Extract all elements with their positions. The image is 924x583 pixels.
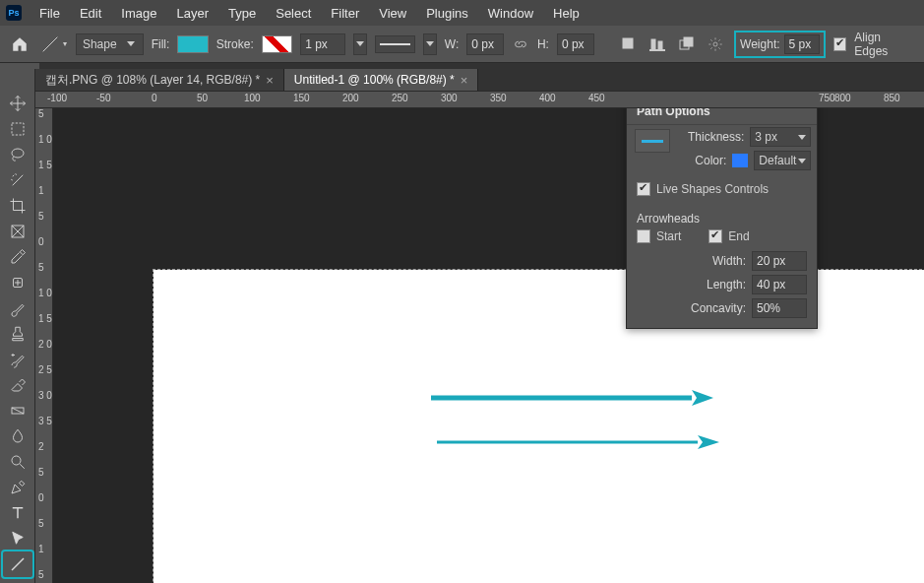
path-ops-button[interactable] xyxy=(618,33,640,55)
blur-tool[interactable] xyxy=(3,423,32,449)
arrow-end-label: End xyxy=(728,229,749,243)
chevron-down-icon xyxy=(127,41,135,46)
svg-rect-8 xyxy=(12,123,24,135)
eraser-tool[interactable] xyxy=(3,372,32,398)
home-button[interactable] xyxy=(8,32,31,56)
stroke-width-dropdown[interactable] xyxy=(353,33,367,55)
svg-point-17 xyxy=(12,456,21,465)
ruler-tick: 350 xyxy=(490,93,507,103)
arrow-start-checkbox[interactable] xyxy=(637,229,650,243)
thickness-select[interactable]: 3 px xyxy=(750,127,811,147)
arrange-icon xyxy=(679,36,695,52)
align-button[interactable] xyxy=(647,33,668,55)
arrange-button[interactable] xyxy=(676,33,698,55)
panel-title: Path Options xyxy=(627,108,817,125)
link-wh-button[interactable] xyxy=(512,35,529,53)
home-icon xyxy=(11,35,29,53)
document-tab[interactable]: Untitled-1 @ 100% (RGB/8#) * × xyxy=(284,69,479,91)
lasso-tool[interactable] xyxy=(3,142,32,167)
menu-plugins[interactable]: Plugins xyxy=(418,3,476,24)
chevron-down-icon xyxy=(798,135,806,140)
color-label: Color: xyxy=(695,154,726,167)
document-tab[interactable]: 캡처.PNG @ 108% (Layer 14, RGB/8#) * × xyxy=(35,69,284,91)
ruler-tick: 0 xyxy=(38,236,44,247)
crop-tool[interactable] xyxy=(3,193,32,219)
close-icon[interactable]: × xyxy=(266,73,274,88)
ruler-tick: 5 xyxy=(38,569,44,580)
marquee-tool[interactable] xyxy=(3,116,32,142)
document-tabs: 캡처.PNG @ 108% (Layer 14, RGB/8#) * × Unt… xyxy=(35,69,924,91)
concavity-label: Concavity: xyxy=(691,301,746,315)
canvas-area[interactable]: Path Options Thickness: 3 px Color: xyxy=(53,108,924,583)
frame-tool[interactable] xyxy=(3,219,32,244)
magic-wand-tool[interactable] xyxy=(3,167,32,193)
path-select-tool[interactable] xyxy=(3,526,32,551)
menu-view[interactable]: View xyxy=(371,3,414,24)
arrow-width-label: Width: xyxy=(712,254,746,268)
ruler-tick: 5 xyxy=(38,467,44,478)
stroke-style-dropdown[interactable] xyxy=(423,33,437,55)
ruler-tick: 750 xyxy=(819,93,835,103)
height-input[interactable] xyxy=(557,33,594,55)
ruler-horizontal[interactable]: -100 -50 0 50 100 150 200 250 300 350 40… xyxy=(35,91,924,108)
pen-tool[interactable] xyxy=(3,475,32,500)
workspace: 캡처.PNG @ 108% (Layer 14, RGB/8#) * × Unt… xyxy=(0,63,924,583)
ruler-tick: 1 0 xyxy=(38,288,52,298)
stamp-tool[interactable] xyxy=(3,321,32,347)
arrow-width-input[interactable] xyxy=(752,251,807,271)
ruler-tick: 1 xyxy=(38,544,44,554)
menu-help[interactable]: Help xyxy=(545,3,587,24)
menu-filter[interactable]: Filter xyxy=(323,3,367,24)
ruler-tick: 5 xyxy=(38,262,44,273)
svg-line-18 xyxy=(20,464,25,469)
line-icon xyxy=(39,33,61,55)
ruler-tick: 250 xyxy=(392,93,408,103)
ruler-tick: 100 xyxy=(244,93,261,103)
align-edges-checkbox[interactable] xyxy=(833,37,847,51)
chevron-down-icon xyxy=(426,41,434,46)
options-gear-button[interactable] xyxy=(706,33,727,55)
align-icon xyxy=(649,36,665,52)
history-brush-tool[interactable] xyxy=(3,347,32,372)
tool-preset-line[interactable]: ▾ xyxy=(39,33,68,55)
menu-layer[interactable]: Layer xyxy=(169,3,217,24)
live-shapes-checkbox[interactable] xyxy=(637,182,650,196)
type-tool[interactable] xyxy=(3,500,32,526)
width-input[interactable] xyxy=(466,33,504,55)
ruler-tick: 300 xyxy=(441,93,458,103)
stroke-label: Stroke: xyxy=(216,37,254,51)
move-tool[interactable] xyxy=(3,91,32,116)
arrow-end-checkbox[interactable] xyxy=(708,229,722,243)
stroke-swatch[interactable] xyxy=(262,35,292,53)
menu-type[interactable]: Type xyxy=(220,3,264,24)
fill-swatch[interactable] xyxy=(177,35,208,53)
weight-input[interactable] xyxy=(784,34,820,54)
gradient-tool[interactable] xyxy=(3,398,32,423)
app-logo-icon: Ps xyxy=(6,5,22,21)
close-icon[interactable]: × xyxy=(461,73,468,88)
menu-edit[interactable]: Edit xyxy=(72,3,109,24)
stroke-width-input[interactable] xyxy=(300,33,345,55)
stroke-style-select[interactable] xyxy=(375,35,415,53)
menu-select[interactable]: Select xyxy=(268,3,319,24)
ruler-tick: 0 xyxy=(38,492,44,503)
healing-tool[interactable] xyxy=(3,270,32,295)
chevron-down-icon xyxy=(798,159,806,163)
arrow-shape[interactable] xyxy=(431,388,716,408)
color-select[interactable]: Default xyxy=(754,151,811,170)
line-shape-tool[interactable] xyxy=(3,551,32,577)
brush-tool[interactable] xyxy=(3,295,32,321)
menu-file[interactable]: File xyxy=(31,3,68,24)
eyedropper-tool[interactable] xyxy=(3,244,32,270)
menu-window[interactable]: Window xyxy=(480,3,541,24)
dodge-tool[interactable] xyxy=(3,449,32,475)
arrow-shape[interactable] xyxy=(437,434,722,450)
path-options-panel: Path Options Thickness: 3 px Color: xyxy=(626,108,818,329)
ruler-vertical[interactable]: 5 1 0 1 5 1 5 0 5 1 0 1 5 2 0 2 5 3 0 3 … xyxy=(35,108,53,583)
ruler-tick: 1 xyxy=(38,185,44,196)
menu-image[interactable]: Image xyxy=(113,3,164,24)
concavity-input[interactable] xyxy=(752,298,807,318)
shape-mode-select[interactable]: Shape xyxy=(76,33,144,55)
arrow-length-input[interactable] xyxy=(752,275,807,294)
chevron-down-icon: ▾ xyxy=(63,39,67,48)
